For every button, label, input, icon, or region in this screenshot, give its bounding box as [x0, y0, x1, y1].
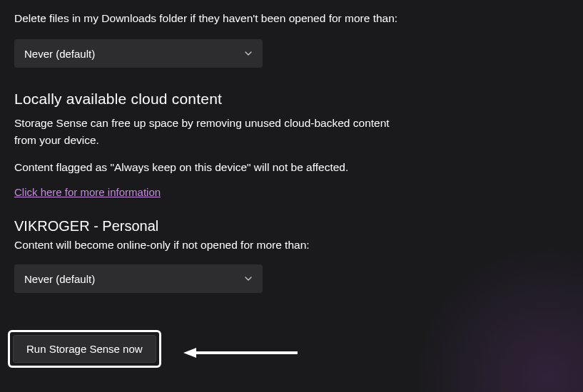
account-description: Content will become online-only if not o…	[14, 239, 400, 252]
cloud-content-heading: Locally available cloud content	[14, 91, 400, 108]
cloud-content-line2: Content flagged as "Always keep on this …	[14, 159, 400, 176]
account-age-dropdown[interactable]: Never (default)	[14, 264, 263, 293]
downloads-age-dropdown[interactable]: Never (default)	[14, 39, 263, 68]
run-button-label: Run Storage Sense now	[26, 343, 143, 355]
svg-marker-1	[183, 348, 196, 358]
account-dropdown-value: Never (default)	[24, 273, 95, 285]
background-glow	[405, 235, 583, 392]
downloads-folder-description: Delete files in my Downloads folder if t…	[14, 10, 400, 26]
run-button-highlight: Run Storage Sense now	[8, 330, 161, 368]
chevron-down-icon	[244, 274, 253, 283]
downloads-dropdown-value: Never (default)	[24, 48, 95, 60]
more-info-link[interactable]: Click here for more information	[14, 186, 161, 198]
account-heading: VIKROGER - Personal	[14, 218, 400, 234]
chevron-down-icon	[244, 49, 253, 58]
arrow-annotation	[182, 346, 300, 360]
run-storage-sense-button[interactable]: Run Storage Sense now	[13, 335, 156, 363]
cloud-content-line1: Storage Sense can free up space by remov…	[14, 115, 400, 149]
